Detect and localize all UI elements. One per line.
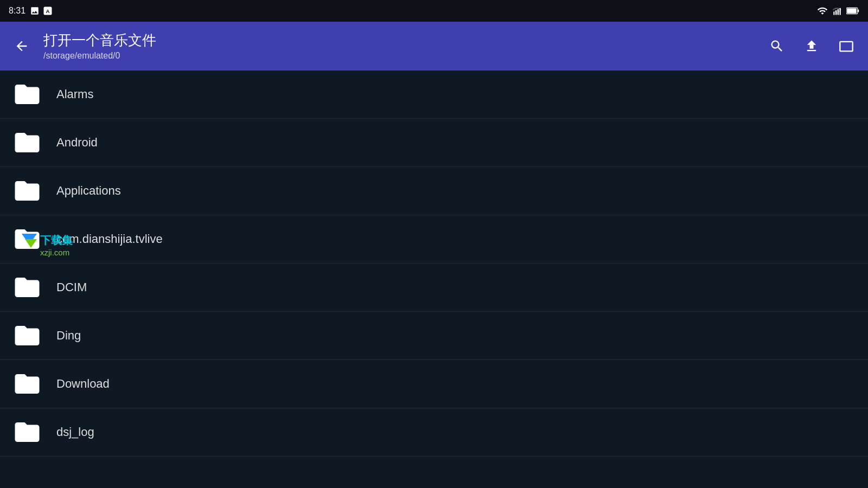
svg-rect-2 <box>833 12 834 15</box>
list-item[interactable]: Android <box>0 119 868 167</box>
app-bar-title: 打开一个音乐文件 <box>43 31 755 50</box>
list-item[interactable]: dsj_log <box>0 408 868 457</box>
file-name: dsj_log <box>56 425 94 439</box>
folder-icon <box>11 319 43 352</box>
app-bar-subtitle: /storage/emulated/0 <box>43 51 755 61</box>
file-name: DCIM <box>56 280 87 294</box>
file-name: Ding <box>56 329 81 343</box>
svg-rect-7 <box>858 10 859 12</box>
list-item[interactable]: Download <box>0 360 868 408</box>
svg-rect-3 <box>835 10 837 15</box>
app-bar-actions <box>766 35 857 57</box>
file-name: Android <box>56 136 98 150</box>
status-bar-right <box>817 5 859 16</box>
folder-icon <box>11 368 43 400</box>
signal-icon <box>832 6 842 16</box>
list-item[interactable]: Applications <box>0 167 868 215</box>
folder-icon <box>11 126 43 159</box>
upload-button[interactable] <box>801 35 822 57</box>
status-bar-left: 8:31 A <box>9 6 53 16</box>
app-bar-title-section: 打开一个音乐文件 /storage/emulated/0 <box>43 31 755 61</box>
file-name: com.dianshijia.tvlive <box>56 232 163 246</box>
file-name: Applications <box>56 184 121 198</box>
folder-icon <box>11 223 43 255</box>
list-item[interactable]: DCIM <box>0 264 868 312</box>
folder-icon <box>11 175 43 207</box>
back-button[interactable] <box>11 35 33 57</box>
file-name: Alarms <box>56 87 93 101</box>
wifi-icon <box>817 5 828 16</box>
folder-icon <box>11 271 43 304</box>
svg-text:A: A <box>46 8 50 14</box>
svg-rect-4 <box>838 9 839 15</box>
list-item[interactable]: Ding <box>0 312 868 360</box>
search-button[interactable] <box>766 35 788 57</box>
list-item[interactable]: com.dianshijia.tvlive <box>0 215 868 264</box>
app-bar: 打开一个音乐文件 /storage/emulated/0 <box>0 22 868 70</box>
status-bar: 8:31 A <box>0 0 868 22</box>
status-time: 8:31 <box>9 6 25 16</box>
svg-rect-8 <box>847 9 857 14</box>
list-item[interactable]: Alarms <box>0 70 868 119</box>
folder-icon <box>11 416 43 448</box>
svg-rect-5 <box>840 8 841 15</box>
alpha-icon: A <box>43 6 53 16</box>
photo-icon <box>30 6 40 16</box>
folder-icon <box>11 78 43 111</box>
battery-icon <box>846 6 859 16</box>
file-list: Alarms Android Applications com.diansh <box>0 70 868 488</box>
tablet-button[interactable] <box>835 35 857 57</box>
status-left-icons: A <box>30 6 53 16</box>
file-name: Download <box>56 377 110 391</box>
